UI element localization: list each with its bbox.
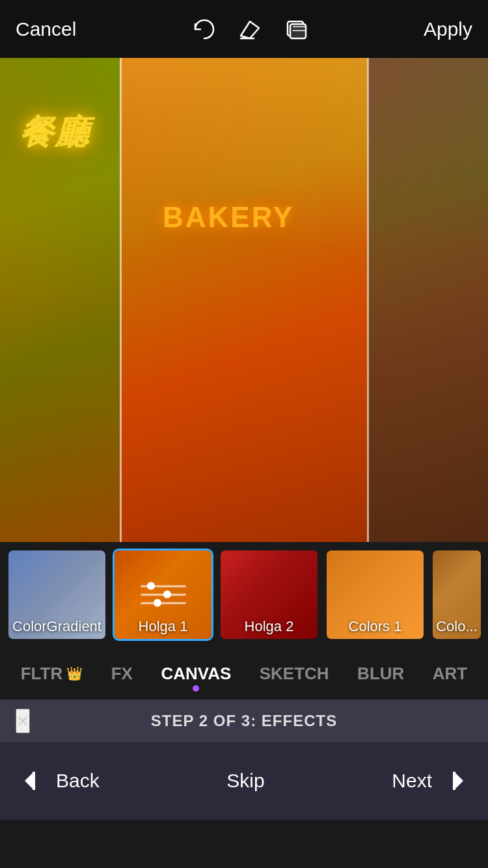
apply-button[interactable]: Apply: [424, 18, 472, 40]
svg-marker-0: [241, 21, 259, 38]
tutorial-bar: × STEP 2 OF 3: EFFECTS: [0, 699, 488, 742]
filter-thumb-colors2[interactable]: Colo...: [431, 549, 483, 641]
skip-button[interactable]: Skip: [226, 770, 264, 792]
crown-icon: 👑: [66, 666, 83, 681]
panel-center: [120, 58, 368, 542]
bakery-text: BAKERY: [163, 201, 294, 234]
next-label: Next: [392, 770, 432, 792]
tab-art-label: ART: [433, 664, 467, 684]
filter-label-holga2: Holga 2: [221, 618, 318, 635]
back-skip-icon: [20, 766, 48, 795]
filter-thumb-colors1[interactable]: Colors 1: [325, 549, 426, 641]
canvas-background: 餐廳 BAKERY: [0, 58, 488, 542]
divider-left: [120, 58, 122, 542]
tutorial-close-button[interactable]: ×: [16, 709, 30, 733]
svg-rect-7: [453, 772, 455, 790]
tab-canvas-label: CANVAS: [161, 664, 231, 684]
tab-canvas[interactable]: CANVAS: [153, 658, 239, 689]
tab-fltr-label: FLTR: [21, 664, 63, 684]
filter-thumb-holga1[interactable]: Holga 1: [113, 549, 213, 641]
image-canvas: 餐廳 BAKERY: [0, 58, 488, 542]
tab-art[interactable]: ART: [425, 658, 475, 689]
eraser-icon[interactable]: [236, 15, 264, 44]
category-tabs: FLTR 👑 FX CANVAS SKETCH BLUR ART: [0, 647, 488, 699]
svg-marker-4: [25, 772, 34, 790]
filter-slider-icon: [141, 586, 186, 604]
back-label: Back: [56, 770, 100, 792]
back-button[interactable]: Back: [20, 766, 100, 795]
tab-fltr[interactable]: FLTR 👑: [13, 658, 91, 689]
next-button[interactable]: Next: [392, 766, 468, 795]
top-bar: Cancel Apply: [0, 0, 488, 58]
next-skip-icon: [440, 766, 468, 795]
filter-label-colors1: Colors 1: [327, 618, 424, 635]
filter-thumb-holga2[interactable]: Holga 2: [219, 549, 319, 641]
divider-right: [367, 58, 369, 542]
cancel-button[interactable]: Cancel: [16, 18, 76, 40]
tab-blur-label: BLUR: [357, 664, 404, 684]
tab-sketch[interactable]: SKETCH: [252, 658, 337, 689]
tab-sketch-label: SKETCH: [260, 664, 329, 684]
neon-text-top: 餐廳: [20, 110, 90, 156]
filter-thumb-colorgradient[interactable]: ColorGradient: [7, 549, 107, 641]
svg-marker-6: [454, 772, 463, 790]
tab-blur[interactable]: BLUR: [349, 658, 412, 689]
filter-label-colors2: Colo...: [433, 618, 481, 635]
bottom-nav: Back Skip Next: [0, 742, 488, 820]
filter-label-holga1: Holga 1: [115, 618, 211, 635]
filter-row: ColorGradient Holga 1 Holga 2 Colors: [0, 542, 488, 647]
panel-right: [368, 58, 488, 542]
svg-rect-5: [33, 772, 35, 790]
tab-fx-label: FX: [111, 664, 133, 684]
top-icons: [189, 15, 311, 44]
filter-label-colorgradient: ColorGradient: [8, 618, 105, 635]
undo-icon[interactable]: [189, 15, 217, 44]
tab-fx[interactable]: FX: [103, 658, 141, 689]
layers-icon[interactable]: [282, 15, 311, 44]
tutorial-text: STEP 2 OF 3: EFFECTS: [151, 712, 337, 730]
